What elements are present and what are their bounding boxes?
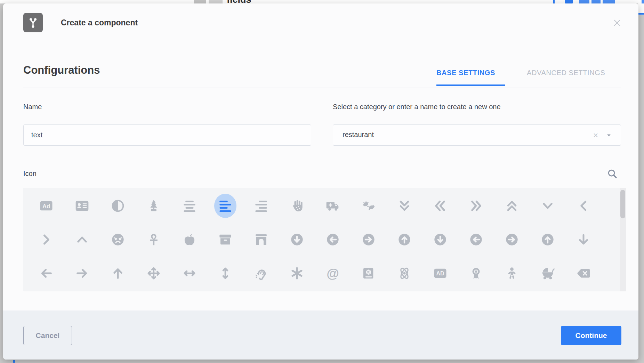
close-icon[interactable]: [612, 17, 622, 28]
dialog-title: Create a component: [61, 18, 138, 27]
icon-angle-left[interactable]: [565, 189, 601, 223]
icon-arrow-circle-left[interactable]: [458, 223, 494, 256]
icon-arrow-circle-down[interactable]: [422, 223, 458, 256]
cancel-button[interactable]: Cancel: [23, 326, 72, 345]
icon-address-card[interactable]: [64, 189, 100, 223]
page-title: Configurations: [23, 64, 100, 76]
icon-align-left[interactable]: [207, 189, 243, 223]
svg-text:Ad: Ad: [42, 203, 50, 209]
section-divider: [23, 88, 621, 88]
icon-section-label: Icon: [23, 170, 37, 178]
background-block: [194, 0, 206, 3]
icon-arrow-down[interactable]: [565, 223, 601, 256]
icon-align-center[interactable]: [171, 189, 207, 223]
icon-arrow-alt-circle-right[interactable]: [351, 223, 386, 256]
icon-archive[interactable]: [207, 223, 243, 256]
background-bookmark-icon: [565, 0, 573, 3]
category-selected-value: restaurant: [343, 131, 374, 139]
category-field-label: Select a category or enter a name to cre…: [333, 103, 501, 111]
component-branch-icon: [23, 13, 43, 32]
icon-angle-double-up[interactable]: [494, 189, 530, 223]
icon-arrow-alt-circle-down[interactable]: [279, 223, 315, 256]
background-link-fragment: [642, 0, 644, 3]
icon-angle-double-left[interactable]: [422, 189, 458, 223]
caret-down-icon[interactable]: [604, 130, 613, 140]
icon-align-right[interactable]: [243, 189, 279, 223]
dialog-header: Create a component: [3, 3, 638, 35]
icon-angle-double-down[interactable]: [386, 189, 422, 223]
background-text-fragment: fields: [227, 0, 251, 3]
tab-advanced-settings[interactable]: ADVANCED SETTINGS: [527, 69, 605, 77]
icon-air-freshener[interactable]: [136, 189, 171, 223]
icon-arrow-left[interactable]: [28, 256, 64, 290]
clear-x-icon[interactable]: ✕: [591, 130, 600, 140]
create-component-dialog: Create a component Configurations BASE S…: [3, 3, 638, 360]
icon-at[interactable]: @: [315, 256, 351, 290]
icon-asterisk[interactable]: [279, 256, 315, 290]
category-select[interactable]: restaurant ✕: [333, 124, 621, 146]
continue-button[interactable]: Continue: [561, 326, 621, 345]
icon-backspace[interactable]: [565, 256, 601, 290]
icon-angry[interactable]: [100, 223, 136, 256]
background-toolbar-fragment: fields: [0, 0, 644, 3]
svg-text:@: @: [327, 266, 339, 280]
icon-audio-description[interactable]: AD: [422, 256, 458, 290]
icon-angle-down[interactable]: [530, 189, 565, 223]
icon-grid: Ad@AD: [23, 188, 626, 291]
icon-atlas[interactable]: [351, 256, 386, 290]
icon-arrow-alt-circle-left[interactable]: [315, 223, 351, 256]
icon-ad[interactable]: Ad: [28, 189, 64, 223]
tab-base-settings[interactable]: BASE SETTINGS: [436, 69, 495, 77]
icon-apple-alt[interactable]: [171, 223, 207, 256]
icon-arrow-circle-up[interactable]: [530, 223, 565, 256]
icon-arrow-up[interactable]: [100, 256, 136, 290]
background-accent-bar: [553, 0, 555, 3]
icon-grid-scrollbar-thumb[interactable]: [620, 190, 625, 218]
dialog-footer: Cancel Continue: [3, 310, 638, 360]
icon-award[interactable]: [458, 256, 494, 290]
background-link-fragment: [603, 0, 615, 3]
icon-grid-scrollbar-track[interactable]: [620, 188, 626, 291]
icon-baby-carriage[interactable]: [530, 256, 565, 290]
search-icon[interactable]: [607, 168, 618, 179]
icon-angle-up[interactable]: [64, 223, 100, 256]
icon-atom[interactable]: [386, 256, 422, 290]
svg-text:AD: AD: [436, 271, 444, 276]
icon-assistive-listening-systems[interactable]: [243, 256, 279, 290]
name-input[interactable]: [23, 124, 311, 146]
icon-ambulance[interactable]: [315, 189, 351, 223]
icon-ankh[interactable]: [136, 223, 171, 256]
icon-grid-cells: Ad@AD: [28, 189, 603, 290]
active-tab-underline: [436, 84, 505, 86]
background-link-fragment: [579, 0, 589, 3]
icon-allergies[interactable]: [279, 189, 315, 223]
name-field-label: Name: [23, 103, 42, 111]
screen: fields Create a component: [0, 0, 644, 363]
background-block: [209, 0, 223, 3]
icon-american-sign-language-interpreting[interactable]: [351, 189, 386, 223]
icon-archway[interactable]: [243, 223, 279, 256]
icon-arrows-alt[interactable]: [136, 256, 171, 290]
icon-angle-double-right[interactable]: [458, 189, 494, 223]
background-bottom-fragment: [13, 360, 15, 363]
background-link-fragment: [591, 0, 601, 3]
background-tab-underline-fragment: [638, 13, 644, 15]
icon-baby[interactable]: [494, 256, 530, 290]
icon-arrows-alt-h[interactable]: [171, 256, 207, 290]
icon-arrow-right[interactable]: [64, 256, 100, 290]
icon-arrow-circle-right[interactable]: [494, 223, 530, 256]
icon-adjust[interactable]: [100, 189, 136, 223]
icon-arrow-alt-circle-up[interactable]: [386, 223, 422, 256]
icon-arrows-alt-v[interactable]: [207, 256, 243, 290]
icon-angle-right[interactable]: [28, 223, 64, 256]
